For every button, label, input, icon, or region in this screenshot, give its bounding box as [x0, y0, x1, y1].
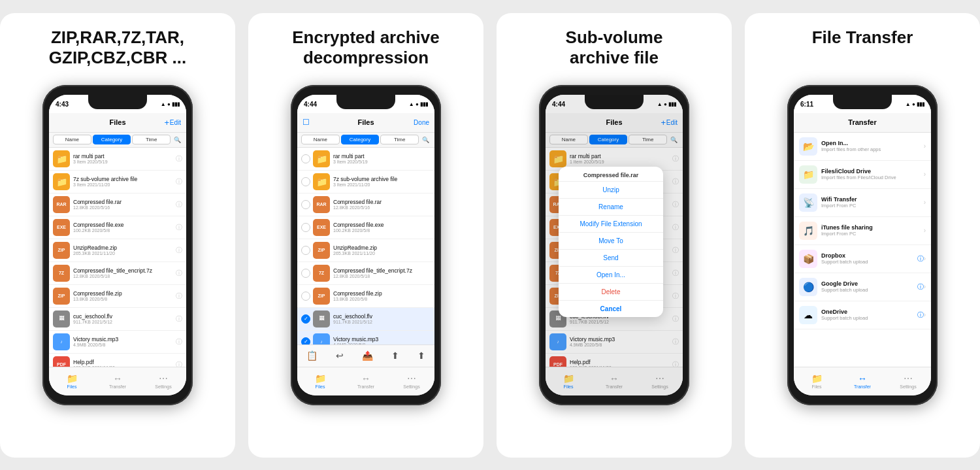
transfer-sub-5: Support batch upload: [821, 287, 915, 293]
context-menu-item-unzip[interactable]: Unzip: [559, 182, 663, 199]
segment-time[interactable]: Time: [380, 135, 419, 144]
file-icon-7z: 7Z: [313, 265, 330, 282]
tab-settings[interactable]: ⋯Settings: [389, 373, 434, 389]
tab-files[interactable]: 📁Files: [297, 373, 343, 389]
tab-icon-settings: ⋯: [407, 373, 416, 384]
transfer-item-5[interactable]: 🔵Google DriveSupport batch uploadⓘ›: [794, 273, 931, 301]
file-name: rar multi part: [73, 153, 174, 159]
file-item[interactable]: 📁7z sub-volume archive file3 Item 2021/1…: [49, 171, 186, 193]
file-info-button[interactable]: ⓘ: [176, 154, 182, 163]
context-menu-item-move-to[interactable]: Move To: [559, 233, 663, 250]
tab-transfer[interactable]: ↔Transfer: [343, 373, 389, 389]
tab-settings[interactable]: ⋯Settings: [885, 373, 931, 389]
file-item[interactable]: RARCompressed file.rar12.8KB 2020/5/16: [297, 193, 434, 216]
file-item[interactable]: 7ZCompressed file_title_encript.7z12.8KB…: [49, 262, 186, 285]
select-circle[interactable]: [301, 177, 310, 186]
file-info-button[interactable]: ⓘ: [176, 360, 182, 367]
action-button-4[interactable]: ⬆: [417, 350, 425, 361]
transfer-item-2[interactable]: 📡Wifi TransferImport From PC›: [794, 189, 931, 217]
tab-transfer[interactable]: ↔Transfer: [840, 373, 885, 389]
action-button-3[interactable]: ⬆: [391, 350, 399, 361]
search-icon[interactable]: 🔍: [420, 135, 431, 145]
transfer-info-button-6[interactable]: ⓘ: [917, 311, 924, 320]
file-item[interactable]: ✓🖼cuc_ieschool.flv911.7KB 2021/5/12: [297, 308, 434, 331]
select-circle[interactable]: ✓: [301, 314, 310, 324]
tab-files[interactable]: 📁Files: [49, 373, 95, 389]
nav-checkbox[interactable]: ☐: [302, 118, 310, 127]
tab-settings[interactable]: ⋯Settings: [140, 373, 186, 389]
transfer-item-3[interactable]: 🎵iTunes file sharingImport From PC›: [794, 217, 931, 245]
file-item[interactable]: 🖼cuc_ieschool.flv911.7KB 2021/5/12ⓘ: [49, 308, 186, 331]
transfer-info-button-5[interactable]: ⓘ: [917, 282, 924, 292]
file-item[interactable]: 📁rar multi part3 Item 2020/5/19ⓘ: [49, 148, 186, 171]
segment-category[interactable]: Category: [93, 135, 131, 144]
file-info-button[interactable]: ⓘ: [176, 177, 182, 186]
search-icon[interactable]: 🔍: [172, 135, 182, 145]
file-item[interactable]: ♪Victory music.mp34.9MB 2020/5/8ⓘ: [49, 331, 186, 354]
tab-label-settings: Settings: [155, 384, 171, 389]
nav-right-button[interactable]: Edit: [170, 119, 181, 126]
file-item[interactable]: PDFHelp.pdf188.2KB 2021/11/20ⓘ: [49, 354, 186, 367]
file-info-button[interactable]: ⓘ: [176, 292, 182, 301]
file-item[interactable]: 7ZCompressed file_title_encript.7z12.8KB…: [297, 262, 434, 285]
transfer-text-0: Open In...Import files from other apps: [821, 140, 924, 152]
transfer-info-button-4[interactable]: ⓘ: [917, 254, 924, 263]
select-circle[interactable]: [301, 269, 310, 278]
file-item[interactable]: ZIPUnzipReadme.zip265.3KB 2021/11/20ⓘ: [49, 239, 186, 262]
select-circle[interactable]: [301, 223, 310, 232]
select-circle[interactable]: ✓: [301, 337, 310, 344]
segment-name[interactable]: Name: [53, 135, 91, 144]
transfer-text-1: Files/iCloud DriveImport files from File…: [821, 168, 924, 180]
segment-time[interactable]: Time: [132, 135, 171, 144]
file-info-button[interactable]: ⓘ: [176, 200, 182, 209]
nav-right-button[interactable]: Done: [414, 119, 429, 126]
context-menu-item-cancel[interactable]: Cancel: [559, 301, 663, 317]
file-icon-flv: 🖼: [53, 311, 70, 327]
file-info-button[interactable]: ⓘ: [176, 337, 182, 346]
file-item[interactable]: ZIPCompressed file.zip13.8KB 2020/5/8: [297, 285, 434, 308]
file-info-button[interactable]: ⓘ: [176, 269, 182, 278]
tab-transfer[interactable]: ↔Transfer: [95, 373, 140, 389]
tab-files[interactable]: 📁Files: [794, 373, 840, 389]
file-item[interactable]: 📁rar multi part3 Item 2020/5/19: [297, 148, 434, 171]
file-item[interactable]: EXECompressed file.exe100.2KB 2020/5/8: [297, 216, 434, 239]
transfer-item-4[interactable]: 📦DropboxSupport batch uploadⓘ›: [794, 245, 931, 273]
file-info-button[interactable]: ⓘ: [176, 314, 182, 324]
file-icon-rar: RAR: [313, 196, 330, 213]
file-meta: 100.2KB 2020/5/8: [73, 228, 174, 233]
select-circle[interactable]: [301, 292, 310, 301]
action-button-1[interactable]: ↩: [336, 350, 344, 361]
context-menu-item-open-in...[interactable]: Open In...: [559, 267, 663, 284]
file-info: Compressed file.rar12.8KB 2020/5/16: [333, 199, 431, 210]
file-item[interactable]: EXECompressed file.exe100.2KB 2020/5/8ⓘ: [49, 216, 186, 239]
context-menu-item-modify-file-extension[interactable]: Modify File Extension: [559, 216, 663, 233]
context-menu-item-send[interactable]: Send: [559, 250, 663, 267]
transfer-item-1[interactable]: 📁Files/iCloud DriveImport files from Fil…: [794, 161, 931, 189]
file-info: Help.pdf188.2KB 2021/11/20: [73, 359, 174, 367]
segment-category[interactable]: Category: [341, 135, 380, 144]
file-info-button[interactable]: ⓘ: [176, 223, 182, 232]
context-menu-item-delete[interactable]: Delete: [559, 284, 663, 301]
select-circle[interactable]: [301, 246, 310, 255]
file-meta: 12.8KB 2020/5/16: [333, 205, 431, 210]
file-icon-folder: 📁: [53, 173, 70, 190]
file-info: Compressed file.zip13.8KB 2020/5/8: [333, 290, 431, 301]
file-meta: 3 Item 2021/11/20: [333, 182, 431, 187]
file-item[interactable]: ZIPUnzipReadme.zip265.3KB 2021/11/20: [297, 239, 434, 262]
segment-name[interactable]: Name: [301, 135, 340, 144]
transfer-item-6[interactable]: ☁OneDriveSupport batch uploadⓘ›: [794, 301, 931, 329]
select-circle[interactable]: [301, 200, 310, 209]
action-button-0[interactable]: 📋: [306, 350, 318, 361]
file-item[interactable]: ✓♪Victory music.mp34.9MB 2020/5/8: [297, 331, 434, 344]
tab-label-transfer: Transfer: [854, 384, 871, 389]
file-info-button[interactable]: ⓘ: [176, 246, 182, 255]
nav-plus-button[interactable]: +: [164, 118, 169, 127]
file-item[interactable]: RARCompressed file.rar12.8KB 2020/5/16ⓘ: [49, 193, 186, 216]
file-item[interactable]: ZIPCompressed file.zip13.8KB 2020/5/8ⓘ: [49, 285, 186, 308]
transfer-item-0[interactable]: 📂Open In...Import files from other apps›: [794, 133, 931, 161]
file-item[interactable]: 📁7z sub-volume archive file3 Item 2021/1…: [297, 171, 434, 193]
select-circle[interactable]: [301, 154, 310, 163]
context-menu-item-rename[interactable]: Rename: [559, 199, 663, 216]
phone-wrap-panel4: 6:11▲ ● ▮▮▮Transfer📂Open In...Import fil…: [787, 85, 938, 405]
action-button-2[interactable]: 📤: [362, 350, 373, 361]
